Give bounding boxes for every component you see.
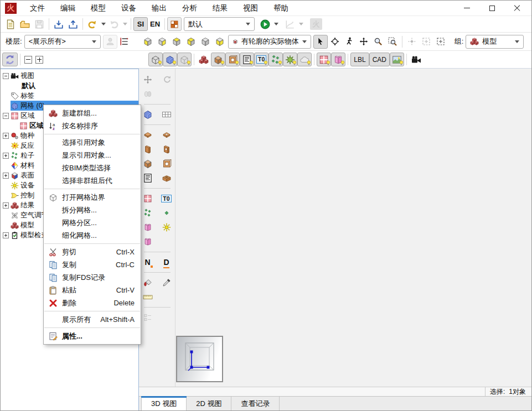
view-wireframe-button[interactable] (148, 53, 163, 66)
tool-mesh-records-button[interactable] (160, 108, 173, 121)
zoom-region-tool-button[interactable] (385, 35, 400, 49)
tool-fds-record-button[interactable] (141, 171, 154, 185)
expand-expander-icon[interactable] (3, 202, 9, 209)
units-si-button[interactable]: SI (133, 17, 148, 31)
model-preview-box[interactable] (176, 336, 223, 382)
close-button[interactable] (504, 1, 529, 15)
show-cad-button[interactable]: CAD (369, 53, 390, 66)
plot-results-button[interactable] (283, 17, 297, 31)
camera-tour-button[interactable] (409, 53, 423, 66)
tool-block-hole-button[interactable] (160, 157, 173, 170)
pan-tool-button[interactable] (357, 35, 371, 49)
show-particles-button[interactable] (268, 53, 283, 66)
expand-expander-icon[interactable] (3, 232, 9, 238)
tool-display-button[interactable]: D (160, 256, 173, 269)
view-solid-mesh-button[interactable] (163, 53, 177, 66)
record-view-button[interactable] (167, 17, 182, 31)
tool-vent-single-button[interactable] (141, 235, 154, 248)
export-button[interactable] (66, 17, 80, 31)
tool-block-button[interactable] (141, 157, 154, 170)
tool-open-crate-button[interactable] (160, 171, 173, 185)
tool-zone-button[interactable] (141, 192, 154, 205)
floor-mode-6-button[interactable] (213, 35, 227, 49)
maximize-button[interactable] (479, 1, 504, 15)
tab-3d-view[interactable]: 3D 视图 (141, 397, 187, 410)
menu-item-new-group[interactable]: 新建群组... (44, 107, 141, 119)
menu-devices[interactable]: 设备 (113, 1, 144, 15)
tool-t0-button[interactable]: T0 (160, 192, 173, 205)
floor-mode-4-button[interactable] (184, 35, 198, 49)
tab-record-view[interactable]: 查看记录 (231, 397, 280, 410)
menu-view[interactable]: 视图 (235, 1, 266, 15)
tool-options-button[interactable] (141, 311, 154, 324)
menu-item-split-mesh[interactable]: 拆分网格... (44, 204, 141, 216)
show-smoke-button[interactable] (297, 53, 312, 66)
menu-item-paste[interactable]: 粘贴 Ctrl-V (44, 284, 141, 296)
tree-item-views[interactable]: 视图 (1, 71, 138, 81)
tool-paint-button[interactable] (141, 276, 154, 289)
floor-select[interactable]: <展示所有> (24, 35, 101, 49)
tree-item-labels[interactable]: 标签 (1, 91, 138, 101)
menu-item-select-non-group[interactable]: 选择非群组后代 (44, 174, 141, 187)
tool-device-button[interactable] (160, 221, 173, 234)
redo-dropdown-button[interactable] (121, 17, 128, 31)
edit-floors-button[interactable] (117, 35, 132, 49)
show-vents-button[interactable] (331, 53, 345, 66)
minimize-button[interactable] (454, 1, 479, 15)
collapse-expander-icon[interactable] (3, 113, 9, 119)
open-file-button[interactable] (18, 17, 32, 31)
tool-wall-button[interactable] (141, 143, 154, 156)
view-preset-select[interactable]: 默认 (184, 17, 255, 31)
show-holes-button[interactable] (225, 53, 240, 66)
menu-item-show-referenced[interactable]: 显示引用对象... (44, 149, 141, 162)
collapse-all-button[interactable] (24, 56, 32, 64)
group-select[interactable]: 模型 (466, 35, 524, 49)
show-groups-button[interactable] (197, 53, 211, 66)
expand-all-button[interactable] (35, 56, 43, 64)
tool-ruler-button[interactable] (141, 290, 154, 304)
menu-help[interactable]: 帮助 (266, 1, 296, 15)
plot-dropdown-button[interactable] (297, 17, 304, 31)
tool-slab-button[interactable] (141, 128, 154, 142)
menu-item-properties[interactable]: 属性... (44, 330, 141, 342)
menu-file[interactable]: 文件 (22, 1, 53, 15)
show-obstructions-button[interactable] (211, 53, 225, 66)
tool-new-mesh-button[interactable] (141, 108, 154, 121)
panel-refresh-button[interactable] (2, 53, 18, 66)
menu-item-copy-fds-records[interactable]: 复制FDS记录 (44, 271, 141, 284)
floor-mode-2-button[interactable] (155, 35, 169, 49)
snap-to-grid-button[interactable] (405, 35, 419, 49)
select-tool-button[interactable] (313, 35, 328, 49)
show-t0-objects-button[interactable]: T0 (254, 53, 268, 66)
smokeview-button[interactable]: 火 (308, 17, 324, 31)
menu-item-cut[interactable]: 剪切 Ctrl-X (44, 246, 141, 258)
show-labels-button[interactable]: LBL (350, 53, 369, 66)
tab-2d-view[interactable]: 2D 视图 (187, 397, 231, 410)
tool-particle-cloud-button[interactable] (141, 206, 154, 220)
undo-button[interactable] (85, 17, 100, 31)
tree-item-default-view[interactable]: 默认 (1, 81, 138, 91)
tool-particle-point-button[interactable] (160, 206, 173, 220)
show-species-button[interactable] (283, 53, 297, 66)
menu-item-copy[interactable]: 复制 Ctrl-C (44, 258, 141, 271)
tool-vent-button[interactable] (141, 221, 154, 234)
units-en-button[interactable]: EN (148, 17, 162, 31)
menu-item-open-mesh-boundary[interactable]: 打开网格边界 (44, 191, 141, 204)
menu-item-select-referenced[interactable]: 选择引用对象 (44, 136, 141, 149)
tool-wall-hole-button[interactable] (160, 143, 173, 156)
menu-analysis[interactable]: 分析 (174, 1, 205, 15)
run-dropdown-button[interactable] (272, 17, 280, 31)
menu-edit[interactable]: 编辑 (53, 1, 83, 15)
orbit-tool-button[interactable] (328, 35, 342, 49)
menu-item-select-by-bim-type[interactable]: 按BIM类型选择 (44, 162, 141, 174)
show-fds-records-button[interactable] (240, 53, 254, 66)
menu-results[interactable]: 结果 (205, 1, 235, 15)
walk-person-button[interactable] (103, 35, 117, 49)
tool-slab-hole-button[interactable] (160, 128, 173, 142)
render-mode-select[interactable]: 有轮廓的实际物体 (228, 35, 311, 49)
floor-mode-3-button[interactable] (169, 35, 184, 49)
menu-item-mesh-partition[interactable]: 网格分区... (44, 216, 141, 229)
tool-eyedropper-button[interactable] (160, 276, 173, 289)
save-button[interactable] (32, 17, 47, 31)
menu-item-refine-mesh[interactable]: 细化网格... (44, 229, 141, 242)
